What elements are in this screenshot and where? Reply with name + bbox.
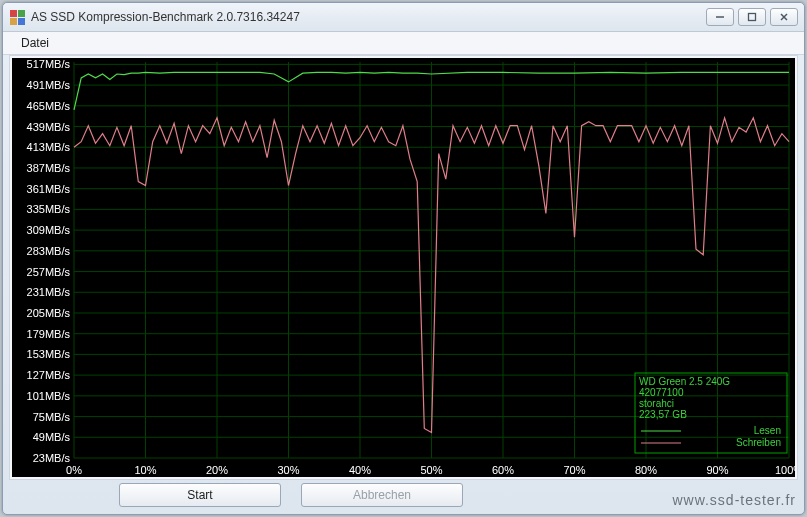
svg-text:90%: 90% (706, 464, 728, 476)
svg-text:40%: 40% (349, 464, 371, 476)
svg-text:50%: 50% (420, 464, 442, 476)
app-icon (9, 9, 25, 25)
svg-text:491MB/s: 491MB/s (27, 79, 71, 91)
svg-text:20%: 20% (206, 464, 228, 476)
svg-text:60%: 60% (492, 464, 514, 476)
svg-text:179MB/s: 179MB/s (27, 328, 71, 340)
watermark: www.ssd-tester.fr (672, 492, 796, 508)
chart-area: 517MB/s491MB/s465MB/s439MB/s413MB/s387MB… (12, 58, 795, 477)
close-button[interactable] (770, 8, 798, 26)
svg-text:30%: 30% (277, 464, 299, 476)
start-button[interactable]: Start (119, 483, 281, 507)
svg-text:75MB/s: 75MB/s (33, 411, 71, 423)
svg-text:387MB/s: 387MB/s (27, 162, 71, 174)
maximize-button[interactable] (738, 8, 766, 26)
svg-text:335MB/s: 335MB/s (27, 203, 71, 215)
svg-text:42077100: 42077100 (639, 387, 684, 398)
svg-text:465MB/s: 465MB/s (27, 100, 71, 112)
svg-text:80%: 80% (635, 464, 657, 476)
svg-text:10%: 10% (134, 464, 156, 476)
svg-text:413MB/s: 413MB/s (27, 141, 71, 153)
svg-text:309MB/s: 309MB/s (27, 224, 71, 236)
svg-text:101MB/s: 101MB/s (27, 390, 71, 402)
window-controls (706, 8, 798, 26)
svg-text:231MB/s: 231MB/s (27, 286, 71, 298)
minimize-button[interactable] (706, 8, 734, 26)
svg-text:205MB/s: 205MB/s (27, 307, 71, 319)
svg-text:0%: 0% (66, 464, 82, 476)
svg-text:439MB/s: 439MB/s (27, 121, 71, 133)
svg-text:517MB/s: 517MB/s (27, 58, 71, 70)
svg-text:49MB/s: 49MB/s (33, 431, 71, 443)
menubar: Datei (3, 32, 804, 55)
window-title: AS SSD Kompression-Benchmark 2.0.7316.34… (31, 10, 300, 24)
svg-text:storahci: storahci (639, 398, 674, 409)
svg-text:WD Green 2.5 240G: WD Green 2.5 240G (639, 376, 730, 387)
svg-text:100%: 100% (775, 464, 795, 476)
svg-text:283MB/s: 283MB/s (27, 245, 71, 257)
svg-text:153MB/s: 153MB/s (27, 348, 71, 360)
abort-button: Abbrechen (301, 483, 463, 507)
svg-text:223,57 GB: 223,57 GB (639, 409, 687, 420)
svg-rect-1 (749, 14, 756, 21)
app-window: AS SSD Kompression-Benchmark 2.0.7316.34… (2, 2, 805, 515)
menu-datei[interactable]: Datei (13, 34, 57, 52)
svg-text:127MB/s: 127MB/s (27, 369, 71, 381)
svg-text:Schreiben: Schreiben (736, 437, 781, 448)
svg-text:361MB/s: 361MB/s (27, 183, 71, 195)
benchmark-chart: 517MB/s491MB/s465MB/s439MB/s413MB/s387MB… (12, 58, 795, 478)
svg-text:70%: 70% (563, 464, 585, 476)
svg-text:Lesen: Lesen (754, 425, 781, 436)
svg-text:23MB/s: 23MB/s (33, 452, 71, 464)
titlebar[interactable]: AS SSD Kompression-Benchmark 2.0.7316.34… (3, 3, 804, 32)
svg-text:257MB/s: 257MB/s (27, 266, 71, 278)
client-area: 517MB/s491MB/s465MB/s439MB/s413MB/s387MB… (9, 55, 798, 480)
